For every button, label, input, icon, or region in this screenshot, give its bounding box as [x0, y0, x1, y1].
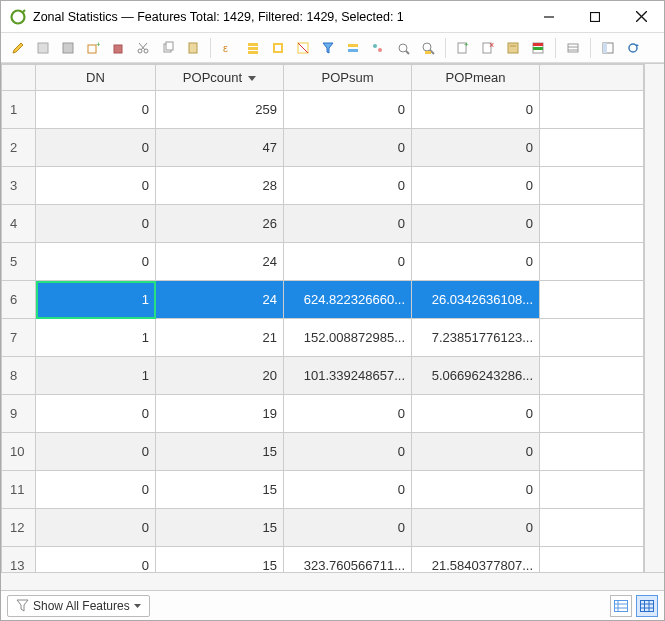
cell-popsum[interactable]: 0 [284, 205, 412, 243]
table-row[interactable]: 7121152.008872985...7.23851776123... [2, 319, 644, 357]
cell-popcount[interactable]: 24 [156, 281, 284, 319]
cell-popmean[interactable]: 0 [412, 91, 540, 129]
expr-select-button[interactable]: ε [217, 37, 239, 59]
table-row[interactable]: 204700 [2, 129, 644, 167]
cell-popsum[interactable]: 101.339248657... [284, 357, 412, 395]
column-header-popcount[interactable]: POPcount [156, 65, 284, 91]
table-row[interactable]: 302800 [2, 167, 644, 205]
table-row[interactable]: 1101500 [2, 471, 644, 509]
cell-popcount[interactable]: 15 [156, 433, 284, 471]
cell-popsum[interactable]: 0 [284, 471, 412, 509]
row-number[interactable]: 7 [2, 319, 36, 357]
cell-dn[interactable]: 0 [36, 509, 156, 547]
select-all-button[interactable] [242, 37, 264, 59]
row-number[interactable]: 5 [2, 243, 36, 281]
cell-popmean[interactable]: 0 [412, 205, 540, 243]
close-button[interactable] [618, 2, 664, 32]
cell-dn[interactable]: 0 [36, 167, 156, 205]
deselect-button[interactable] [292, 37, 314, 59]
cut-button[interactable] [132, 37, 154, 59]
column-header-popsum[interactable]: POPsum [284, 65, 412, 91]
cell-dn[interactable]: 0 [36, 547, 156, 573]
cell-dn[interactable]: 0 [36, 395, 156, 433]
field-calc-button[interactable] [502, 37, 524, 59]
cell-popsum[interactable]: 624.822326660... [284, 281, 412, 319]
cell-popcount[interactable]: 19 [156, 395, 284, 433]
cell-popmean[interactable]: 7.23851776123... [412, 319, 540, 357]
cell-dn[interactable]: 0 [36, 129, 156, 167]
cell-popsum[interactable]: 0 [284, 167, 412, 205]
cell-popmean[interactable]: 26.0342636108... [412, 281, 540, 319]
cell-popsum[interactable]: 0 [284, 91, 412, 129]
add-feature-button[interactable]: + [82, 37, 104, 59]
cell-popmean[interactable]: 0 [412, 243, 540, 281]
cell-popsum[interactable]: 323.760566711... [284, 547, 412, 573]
filter-features-button[interactable]: Show All Features [7, 595, 150, 617]
cell-popcount[interactable]: 28 [156, 167, 284, 205]
save-button[interactable] [57, 37, 79, 59]
maximize-button[interactable] [572, 2, 618, 32]
table-row[interactable]: 901900 [2, 395, 644, 433]
horizontal-scrollbar[interactable] [1, 572, 664, 590]
cell-dn[interactable]: 1 [36, 281, 156, 319]
cell-popcount[interactable]: 15 [156, 547, 284, 573]
copy-button[interactable] [157, 37, 179, 59]
table-view-button[interactable] [636, 595, 658, 617]
edit-multi-button[interactable] [32, 37, 54, 59]
delete-button[interactable] [107, 37, 129, 59]
cell-popmean[interactable]: 0 [412, 129, 540, 167]
form-view-button[interactable] [610, 595, 632, 617]
cell-popcount[interactable]: 21 [156, 319, 284, 357]
pencil-button[interactable] [7, 37, 29, 59]
table-row[interactable]: 1025900 [2, 91, 644, 129]
select-equal-button[interactable] [342, 37, 364, 59]
cell-dn[interactable]: 1 [36, 357, 156, 395]
cell-dn[interactable]: 0 [36, 433, 156, 471]
cell-popcount[interactable]: 47 [156, 129, 284, 167]
cell-popmean[interactable]: 0 [412, 433, 540, 471]
cell-popcount[interactable]: 15 [156, 471, 284, 509]
cell-popsum[interactable]: 0 [284, 509, 412, 547]
table-row[interactable]: 6124624.822326660...26.0342636108... [2, 281, 644, 319]
row-number[interactable]: 12 [2, 509, 36, 547]
delete-field-button[interactable]: × [477, 37, 499, 59]
row-number[interactable]: 8 [2, 357, 36, 395]
table-row[interactable]: 13015323.760566711...21.5840377807... [2, 547, 644, 573]
cell-dn[interactable]: 0 [36, 91, 156, 129]
cell-popsum[interactable]: 0 [284, 433, 412, 471]
row-number[interactable]: 6 [2, 281, 36, 319]
cell-popsum[interactable]: 152.008872985... [284, 319, 412, 357]
row-number[interactable]: 1 [2, 91, 36, 129]
row-number[interactable]: 4 [2, 205, 36, 243]
table-row[interactable]: 502400 [2, 243, 644, 281]
move-top-button[interactable] [367, 37, 389, 59]
actions-button[interactable] [562, 37, 584, 59]
cell-popmean[interactable]: 0 [412, 471, 540, 509]
cell-popmean[interactable]: 0 [412, 167, 540, 205]
cell-popcount[interactable]: 259 [156, 91, 284, 129]
row-number[interactable]: 3 [2, 167, 36, 205]
cell-dn[interactable]: 0 [36, 205, 156, 243]
row-number[interactable]: 2 [2, 129, 36, 167]
cell-popcount[interactable]: 24 [156, 243, 284, 281]
cell-popcount[interactable]: 20 [156, 357, 284, 395]
row-number[interactable]: 11 [2, 471, 36, 509]
cell-popmean[interactable]: 5.06696243286... [412, 357, 540, 395]
filter-button[interactable] [317, 37, 339, 59]
column-header-dn[interactable]: DN [36, 65, 156, 91]
reload-button[interactable] [622, 37, 644, 59]
row-number[interactable]: 10 [2, 433, 36, 471]
cell-dn[interactable]: 1 [36, 319, 156, 357]
cell-popsum[interactable]: 0 [284, 395, 412, 433]
cell-popsum[interactable]: 0 [284, 129, 412, 167]
dock-button[interactable] [597, 37, 619, 59]
cell-popmean[interactable]: 0 [412, 395, 540, 433]
invert-select-button[interactable] [267, 37, 289, 59]
table-row[interactable]: 1001500 [2, 433, 644, 471]
paste-button[interactable] [182, 37, 204, 59]
conditional-format-button[interactable] [527, 37, 549, 59]
row-number[interactable]: 9 [2, 395, 36, 433]
pan-to-button[interactable] [392, 37, 414, 59]
cell-dn[interactable]: 0 [36, 471, 156, 509]
table-row[interactable]: 1201500 [2, 509, 644, 547]
